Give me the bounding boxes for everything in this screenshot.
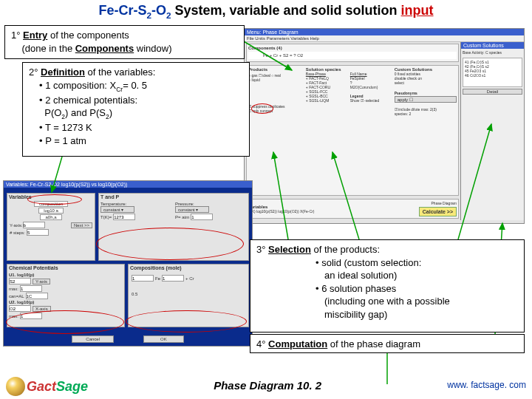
callout-4: 4° Computation of the phase diagram — [250, 334, 525, 353]
svg-line-0 — [244, 41, 292, 70]
svg-line-3 — [332, 152, 359, 239]
svg-line-4 — [458, 124, 491, 239]
svg-line-2 — [273, 152, 288, 239]
callout-1: 1° Entry of the components (done in the … — [4, 25, 245, 59]
svg-line-1 — [52, 157, 62, 192]
callout-3: 3° Selection of the products: • solid (c… — [250, 239, 525, 332]
callout-2: 2° Definition of the variables: • 1 comp… — [22, 62, 250, 157]
